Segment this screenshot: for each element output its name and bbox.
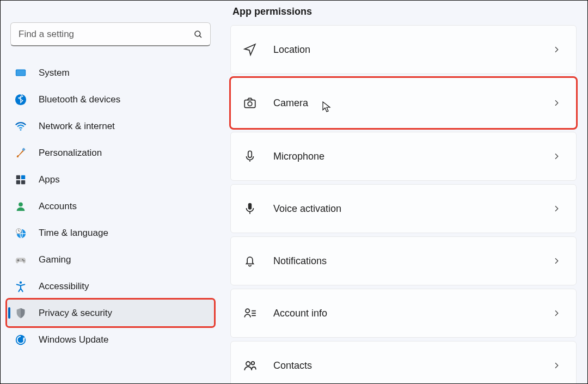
bluetooth-icon (15, 94, 27, 106)
sidebar-item-time-language[interactable]: Time & language (7, 220, 214, 246)
sidebar-item-bluetooth[interactable]: Bluetooth & devices (7, 86, 214, 113)
chevron-right-icon (552, 45, 561, 54)
sidebar-item-apps[interactable]: Apps (7, 166, 214, 193)
location-icon (243, 42, 257, 57)
perm-location[interactable]: Location (230, 25, 577, 74)
microphone-icon (243, 149, 257, 163)
sidebar: System Bluetooth & devices Network & int… (1, 1, 220, 383)
svg-point-14 (22, 259, 23, 260)
chevron-right-icon (552, 152, 561, 161)
chevron-right-icon (552, 309, 561, 318)
person-icon (15, 200, 27, 212)
perm-account-info[interactable]: Account info (230, 289, 577, 338)
camera-icon (243, 96, 257, 110)
voice-icon (243, 202, 257, 216)
main-content: App permissions Location Camera Micropho… (220, 1, 587, 383)
sidebar-item-label: Time & language (39, 228, 108, 239)
sidebar-item-label: Personalization (39, 148, 102, 159)
search-input[interactable] (10, 22, 211, 46)
svg-rect-9 (16, 180, 20, 184)
svg-rect-18 (244, 100, 255, 108)
sidebar-item-accounts[interactable]: Accounts (7, 193, 214, 220)
shield-icon (15, 307, 27, 319)
update-icon (15, 334, 27, 346)
search-icon (193, 29, 203, 39)
svg-rect-21 (248, 203, 251, 209)
perm-label: Account info (273, 308, 536, 319)
svg-rect-3 (16, 70, 26, 75)
bell-icon (243, 254, 257, 268)
sidebar-item-label: Network & internet (39, 121, 115, 132)
sidebar-item-label: Accounts (39, 201, 77, 212)
chevron-right-icon (552, 99, 561, 107)
svg-point-11 (19, 202, 23, 206)
globe-clock-icon (15, 227, 27, 239)
sidebar-item-gaming[interactable]: Gaming (7, 246, 214, 273)
perm-label: Voice activation (273, 203, 536, 215)
perm-label: Notifications (273, 255, 536, 267)
wifi-icon (15, 120, 27, 132)
svg-point-15 (23, 260, 24, 261)
chevron-right-icon (552, 361, 561, 370)
sidebar-item-privacy-security[interactable]: Privacy & security (7, 300, 214, 326)
apps-icon (15, 174, 27, 186)
chevron-right-icon (552, 204, 561, 213)
perm-label: Location (273, 44, 536, 56)
svg-point-0 (195, 31, 200, 36)
perm-microphone[interactable]: Microphone (230, 132, 577, 181)
sidebar-item-accessibility[interactable]: Accessibility (7, 273, 214, 300)
section-title: App permissions (232, 6, 577, 17)
svg-line-1 (199, 35, 201, 38)
perm-label: Microphone (273, 151, 536, 162)
perm-label: Camera (273, 97, 536, 109)
account-info-icon (243, 306, 257, 320)
svg-point-27 (252, 362, 255, 365)
chevron-right-icon (552, 257, 561, 265)
sidebar-item-label: Windows Update (39, 334, 109, 345)
perm-voice-activation[interactable]: Voice activation (230, 184, 577, 233)
accessibility-icon (15, 281, 27, 292)
search-wrap (10, 22, 211, 46)
svg-rect-10 (21, 180, 25, 184)
sidebar-item-windows-update[interactable]: Windows Update (7, 326, 214, 353)
sidebar-item-label: Gaming (39, 254, 71, 265)
sidebar-item-label: Apps (39, 174, 60, 185)
svg-rect-8 (21, 175, 25, 179)
svg-rect-7 (16, 175, 20, 179)
perm-label: Contacts (273, 360, 536, 371)
sidebar-nav: System Bluetooth & devices Network & int… (7, 59, 214, 353)
sidebar-item-personalization[interactable]: Personalization (7, 139, 214, 166)
svg-point-16 (20, 281, 22, 283)
brush-icon (15, 147, 27, 159)
contacts-icon (243, 358, 257, 373)
sidebar-item-network[interactable]: Network & internet (7, 113, 214, 139)
sidebar-item-system[interactable]: System (7, 59, 214, 86)
perm-camera[interactable]: Camera (230, 77, 577, 129)
perm-contacts[interactable]: Contacts (230, 341, 577, 384)
svg-point-19 (248, 102, 252, 106)
svg-point-5 (20, 129, 22, 130)
sidebar-item-label: System (39, 68, 70, 78)
svg-rect-20 (248, 151, 252, 157)
sidebar-item-label: Privacy & security (39, 308, 112, 319)
sidebar-item-label: Accessibility (39, 281, 89, 292)
svg-point-26 (246, 362, 250, 366)
perm-notifications[interactable]: Notifications (230, 236, 577, 285)
gamepad-icon (15, 254, 27, 266)
svg-point-22 (246, 309, 249, 313)
permissions-list: Location Camera Microphone Voice activat… (230, 25, 577, 384)
display-icon (15, 67, 27, 79)
sidebar-item-label: Bluetooth & devices (39, 94, 120, 105)
